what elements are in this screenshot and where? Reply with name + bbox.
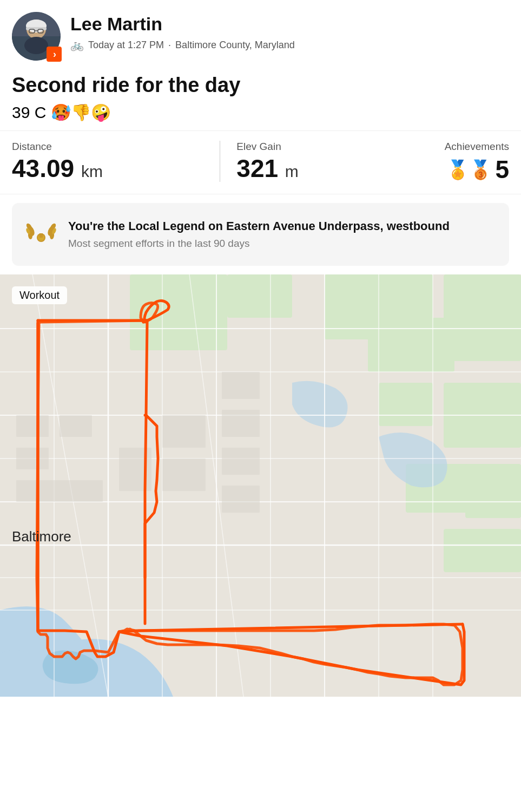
svg-rect-59 [222,486,260,513]
svg-rect-50 [60,415,92,437]
svg-rect-24 [368,318,454,372]
strava-chevron-icon: › [53,49,56,59]
meta-separator: · [168,40,171,51]
svg-rect-55 [162,459,206,491]
map-section: Workout Baltimore [0,274,521,697]
svg-rect-19 [39,233,43,238]
strava-badge: › [47,47,62,62]
legend-icon [25,215,57,254]
svg-rect-26 [379,383,433,426]
distance-stat: Distance 43.09 km [12,141,220,182]
svg-point-5 [24,37,48,54]
meta-time: Today at 1:27 PM [88,40,164,51]
svg-rect-54 [162,415,206,448]
elevation-stat: Elev Gain 321 m [220,141,444,182]
svg-rect-49 [16,415,49,437]
svg-rect-29 [465,464,521,518]
app-container: › Lee Martin 🚲 Today at 1:27 PM · Baltim… [0,0,521,697]
achievements-label: Achievements [445,141,509,153]
avatar-wrapper: › [12,12,61,61]
stats-section: Distance 43.09 km Elev Gain 321 m Achiev… [0,130,521,194]
legend-text: You're the Local Legend on Eastern Avenu… [68,219,496,250]
svg-rect-57 [222,410,260,437]
profile-info: Lee Martin 🚲 Today at 1:27 PM · Baltimor… [70,12,509,51]
map-label: Workout [12,286,67,304]
svg-rect-25 [444,274,521,361]
activity-title: Second ride for the day [12,74,509,97]
legend-subtitle: Most segment efforts in the last 90 days [68,238,496,250]
svg-rect-52 [16,480,103,502]
legend-banner: You're the Local Legend on Eastern Avenu… [12,203,509,266]
achievement-icons: 🏅🥉 [446,159,492,180]
ride-meta: 🚲 Today at 1:27 PM · Baltimore County, M… [70,38,509,51]
meta-location: Baltimore County, Maryland [175,40,295,51]
svg-rect-51 [16,448,49,469]
elev-value: 321 m [236,155,444,182]
distance-label: Distance [12,141,220,153]
svg-rect-22 [227,274,292,318]
distance-value: 43.09 km [12,155,220,182]
activity-tags: 39 C 🥵👎🤪 [12,103,509,122]
svg-rect-58 [222,448,260,475]
map-container: Workout Baltimore [0,274,521,697]
svg-rect-30 [444,529,521,572]
svg-rect-21 [130,274,227,350]
elev-label: Elev Gain [236,141,444,153]
bike-icon: 🚲 [70,38,84,51]
svg-rect-56 [222,372,260,399]
achievement-count: 5 [495,155,509,184]
profile-section: › Lee Martin 🚲 Today at 1:27 PM · Baltim… [0,0,521,69]
achievements-value: 🏅🥉 5 [446,155,509,184]
user-name: Lee Martin [70,14,509,34]
activity-title-section: Second ride for the day 39 C 🥵👎🤪 [0,69,521,127]
legend-title: You're the Local Legend on Eastern Avenu… [68,219,496,234]
achievements-stat: Achievements 🏅🥉 5 [445,141,509,184]
